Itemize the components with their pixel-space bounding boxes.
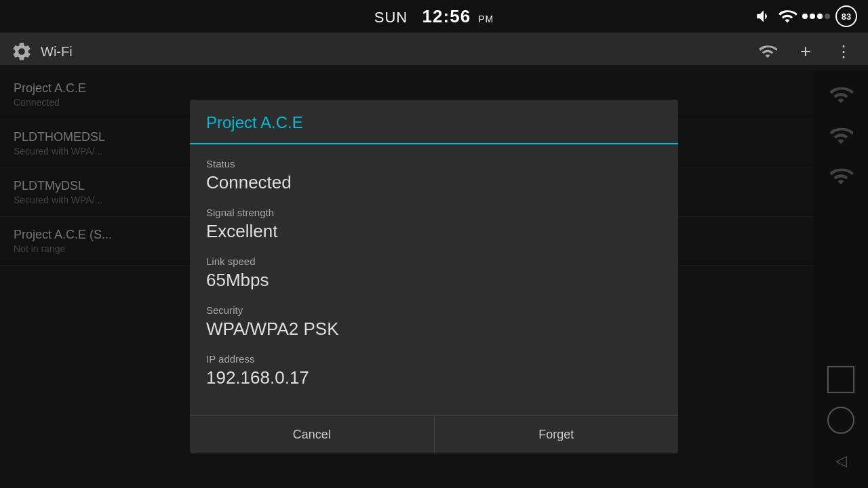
status-time: 12:56 [422, 6, 471, 26]
status-day: SUN [374, 9, 408, 26]
dialog-header: Project A.C.E [190, 100, 678, 143]
status-bar-time: SUN 12:56 PM [374, 6, 494, 27]
signal-value: Excellent [206, 221, 662, 242]
cancel-button[interactable]: Cancel [190, 416, 435, 453]
forget-button[interactable]: Forget [435, 416, 679, 453]
dialog-body: Status Connected Signal strength Excelle… [190, 144, 678, 415]
signal-label: Signal strength [206, 207, 662, 218]
status-value: Connected [206, 172, 662, 193]
ip-value: 192.168.0.17 [206, 367, 662, 388]
more-options-button[interactable]: ⋮ [830, 38, 857, 65]
linkspeed-row: Link speed 65Mbps [206, 256, 662, 291]
volume-icon [755, 7, 772, 25]
status-bar: SUN 12:56 PM 83 [0, 0, 868, 33]
signal-row: Signal strength Excellent [206, 207, 662, 242]
add-button[interactable]: + [792, 38, 819, 65]
security-value: WPA/WPA2 PSK [206, 319, 662, 340]
status-icons: 83 [755, 5, 857, 27]
status-label: Status [206, 158, 662, 169]
wifi-search-icon[interactable] [754, 38, 781, 65]
wifi-detail-dialog: Project A.C.E Status Connected Signal st… [190, 100, 678, 453]
main-area: Wi-Fi + ⋮ Project A.C.E Connected PLDTHO… [0, 33, 868, 488]
security-row: Security WPA/WPA2 PSK [206, 304, 662, 340]
top-bar-title: Wi-Fi [41, 44, 746, 60]
linkspeed-label: Link speed [206, 256, 662, 267]
ip-label: IP address [206, 353, 662, 365]
dialog-actions: Cancel Forget [190, 415, 678, 453]
linkspeed-value: 65Mbps [206, 270, 662, 291]
security-label: Security [206, 304, 662, 316]
battery-icon: 83 [835, 5, 857, 27]
top-bar-actions: + ⋮ [754, 38, 857, 65]
wifi-icon [778, 7, 797, 26]
status-row: Status Connected [206, 158, 662, 193]
settings-icon[interactable] [11, 41, 33, 62]
signal-dots [802, 14, 830, 19]
ip-row: IP address 192.168.0.17 [206, 353, 662, 388]
dialog-title: Project A.C.E [206, 113, 662, 143]
status-ampm: PM [478, 14, 494, 24]
dialog-overlay: Project A.C.E Status Connected Signal st… [0, 65, 868, 488]
